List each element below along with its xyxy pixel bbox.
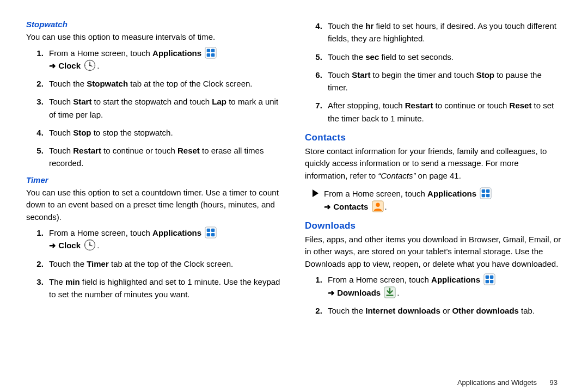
step: Touch the sec field to set seconds. — [324, 51, 562, 63]
timer-steps-continued: Touch the hr field to set hours, if desi… — [305, 20, 562, 125]
triangle-bullet-icon — [313, 189, 318, 197]
applications-icon — [480, 187, 492, 199]
timer-steps: From a Home screen, touch Applications ➜… — [26, 226, 283, 301]
page-footer: Applications and Widgets 93 — [457, 378, 558, 387]
footer-section: Applications and Widgets — [457, 378, 537, 387]
step: Touch the Timer tab at the top of the Cl… — [46, 258, 283, 270]
manual-page: Stopwatch You can use this option to mea… — [0, 0, 588, 370]
applications-icon — [205, 226, 217, 238]
step: From a Home screen, touch Applications ➜… — [46, 47, 283, 72]
applications-icon — [205, 47, 217, 59]
clock-icon — [84, 59, 96, 71]
step: Touch Start to begin the timer and touch… — [324, 69, 562, 94]
heading-contacts: Contacts — [305, 132, 562, 143]
step: Touch the Stopwatch tab at the top of th… — [46, 77, 283, 90]
stopwatch-steps: From a Home screen, touch Applications ➜… — [26, 47, 283, 170]
step: Touch Restart to continue or touch Reset… — [46, 144, 283, 170]
page-number: 93 — [550, 378, 558, 387]
downloads-steps: From a Home screen, touch Applications ➜… — [305, 273, 562, 317]
step: The min field is highlighted and set to … — [46, 275, 283, 301]
right-column: Touch the hr field to set hours, if desi… — [305, 16, 562, 365]
contacts-bullet: From a Home screen, touch Applications ➜… — [313, 187, 562, 213]
applications-icon — [483, 273, 495, 285]
step: From a Home screen, touch Applications ➜… — [46, 226, 283, 252]
contacts-intro: Store contact information for your frien… — [305, 145, 562, 182]
step: After stopping, touch Restart to continu… — [324, 99, 562, 125]
step: Touch the Internet downloads or Other do… — [324, 304, 562, 317]
step: From a Home screen, touch Applications ➜… — [324, 273, 562, 299]
step: Touch the hr field to set hours, if desi… — [324, 20, 562, 45]
heading-stopwatch: Stopwatch — [26, 20, 283, 29]
clock-icon — [84, 239, 96, 251]
step: Touch Stop to stop the stopwatch. — [46, 126, 283, 139]
heading-downloads: Downloads — [305, 220, 562, 231]
timer-intro: You can use this option to set a countdo… — [26, 187, 283, 224]
downloads-intro: Files, apps, and other items you downloa… — [305, 234, 562, 271]
stopwatch-intro: You can use this option to measure inter… — [26, 31, 283, 44]
left-column: Stopwatch You can use this option to mea… — [26, 16, 283, 365]
downloads-icon — [384, 286, 396, 298]
step: Touch Start to start the stopwatch and t… — [46, 95, 283, 121]
heading-timer: Timer — [26, 175, 283, 185]
contacts-icon — [372, 200, 384, 212]
